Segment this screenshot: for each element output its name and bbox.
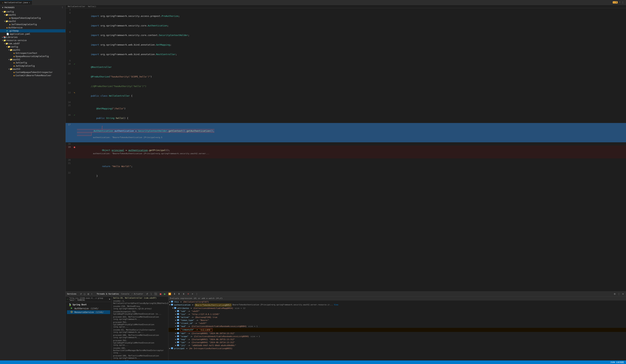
tree-label: oauth3 xyxy=(12,68,20,70)
tree-item-config2[interactable]: ▼ 📁 config xyxy=(0,45,65,48)
tree-item-oauth3[interactable]: ▼ 📁 oauth3 xyxy=(0,68,65,71)
var-item-nbf[interactable]: ▶ f "nbf" -> {Instant@8088} "2024-06-26T… xyxy=(168,332,626,335)
call-stack-item-4[interactable]: proceed:163, ReflectiveMethodInvocation … xyxy=(112,315,168,321)
debug-restart-btn[interactable]: ↺ xyxy=(145,292,149,296)
editor-content[interactable]: 3 4 import org.springframework.security.… xyxy=(66,8,626,291)
tree-item-oauth1[interactable]: ▼ 📁 oauth1 xyxy=(0,13,65,16)
var-item-attributes[interactable]: ▼ f attributes = {Collections$Unmodifiab… xyxy=(168,307,626,310)
tree-item-oauth1-2[interactable]: ▼ 📁 oauth1 xyxy=(0,48,65,52)
tree-item-auth-service[interactable]: ◉ AuthService xyxy=(0,26,65,29)
breadcrumb-class: HelloController xyxy=(68,5,85,8)
var-item-company-id[interactable]: ▶ f "companyId" -> "自定义参数" xyxy=(168,328,626,332)
service-item-auth[interactable]: AuthService :12345/ xyxy=(67,307,110,310)
filter-button[interactable]: ⊞ xyxy=(87,292,90,296)
var-item-iat[interactable]: ▶ f "iat" -> {Instant@8094} "2024-06-26T… xyxy=(168,341,626,344)
expand-icon[interactable]: ⌃ xyxy=(619,1,620,4)
tree-label: JwtSimpleConfig xyxy=(15,65,35,67)
tab-close-button[interactable]: ✕ xyxy=(29,1,30,3)
call-stack-item-6[interactable]: invoke:61, MethodSecurityInterceptor (or… xyxy=(112,328,168,334)
tree-item-jwt-simple[interactable]: ◉ JwtTokenSimpleConfig xyxy=(0,23,65,26)
tree-item-config[interactable]: ▼ 📁 config xyxy=(0,10,65,13)
call-stack-item-2[interactable]: invoke:218, MethodProxy (org.springframe… xyxy=(112,305,168,310)
debug-up-btn[interactable]: ⬆ xyxy=(177,292,181,296)
tree-item-com-xdx97[interactable]: ▼ 📁 com.xdx97 xyxy=(0,42,65,45)
tree-item-custom-opaque[interactable]: ◉ CustomOpaqueTokenIntrospector xyxy=(0,71,65,74)
tree-item-resource-service[interactable]: ▼ 📁 resource-service xyxy=(0,39,65,42)
actuator-tab[interactable]: ⚡ Actuator xyxy=(131,293,143,295)
tree-item-libraries[interactable]: ▶ 📚 Libraries xyxy=(0,36,65,39)
var-item-aud[interactable]: ▶ f "aud" -> {Collections$UnmodifiableRa… xyxy=(168,325,626,328)
tree-item-oauth2-2[interactable]: ▼ 📁 oauth2 xyxy=(0,58,65,61)
tree-item-opaque-config[interactable]: ◉ OpaqueTokenSimpleConfig xyxy=(0,16,65,20)
var-item-client-id[interactable]: ▶ f "client_id" -> "xdx97" xyxy=(168,322,626,325)
folder-icon: 📁 xyxy=(10,49,12,51)
tree-item-oauth2[interactable]: ▼ 📁 oauth2 xyxy=(0,20,65,23)
tree-item-introspection[interactable]: ◉ IntrospectionTest xyxy=(0,52,65,55)
view-link[interactable]: View xyxy=(334,304,338,306)
more-icon[interactable]: ⋮ xyxy=(622,1,624,4)
var-item-sub[interactable]: ▶ f "sub" -> "xdx97" xyxy=(168,310,626,313)
service-item-resource[interactable]: ResourceService :12346/ xyxy=(67,310,110,314)
var-item-jti[interactable]: ▶ f "jti" -> "a8865b00-64d7-4a72-88e8-a6… xyxy=(168,344,626,347)
var-company-highlight-box: "companyId" -> "自定义参数" xyxy=(180,328,212,331)
var-item-this[interactable]: ▶ f this = {HelloController@7167} xyxy=(168,300,626,303)
var-item-principal[interactable]: ▶ f principal = {An IntrospectionAuthent… xyxy=(168,347,626,350)
debug-pause-btn[interactable]: ⏸ xyxy=(182,292,186,296)
gutter-check: ✓ xyxy=(74,62,75,66)
var-item-scope[interactable]: ▶ f "scope" -> {Collections$Unmodifiable… xyxy=(168,335,626,338)
debug-list-btn[interactable]: ≡ xyxy=(191,292,194,296)
debug-x-btn[interactable]: ✕ xyxy=(186,292,190,296)
debug-ff-btn[interactable]: ⏩ xyxy=(167,292,172,296)
panel-settings-btn[interactable]: ⚙ xyxy=(613,292,616,296)
tree-item-custom-jri[interactable]: ◉ CustomJriBearerTokenResolver xyxy=(0,74,65,77)
stop-button[interactable]: ◻ xyxy=(83,292,86,296)
call-stack-item-9[interactable]: invoke:182, AuthorizationManagerBeforeMe… xyxy=(112,347,168,354)
restart-button[interactable]: ↺ xyxy=(79,292,82,296)
tree-item-jwt-simple-config[interactable]: ◉ JwtSimpleConfig xyxy=(0,64,65,68)
debug-toolbar-left: ↺ ◻ ⊞ + xyxy=(79,292,93,296)
var-item-iss[interactable]: ▶ f "iss" -> "http://127.0.0.1:12345" xyxy=(168,313,626,316)
var-item-exp[interactable]: ▶ f "exp" -> {Instant@8092} "2024-06-26T… xyxy=(168,338,626,341)
packages-more[interactable]: ⋮ xyxy=(61,6,64,9)
console-tab[interactable]: Console xyxy=(121,293,129,295)
svg-point-2 xyxy=(71,312,72,312)
var-item-authentication[interactable]: ▼ f authentication = BearerTokenAuthenti… xyxy=(168,303,626,307)
call-stack-item-1[interactable]: invoke:-1, HelloController$$FastClassByS… xyxy=(112,299,168,305)
chevron-icon: ▼ xyxy=(8,59,9,60)
var-icon-exp: f xyxy=(177,338,179,340)
debug-stop-btn[interactable]: ◼ xyxy=(159,292,162,296)
breakpoint-dot[interactable]: ● xyxy=(74,146,75,149)
tree-item-opaque-resource[interactable]: ◉ OpaqueResourceSimpleConfig xyxy=(0,55,65,58)
packages-chevron[interactable]: ▼ xyxy=(2,6,3,9)
var-item-active[interactable]: ▶ f "active" -> {Boolean@7198} true xyxy=(168,316,626,319)
panel-close-btn[interactable]: ✕ xyxy=(621,292,625,296)
add-button[interactable]: + xyxy=(90,292,93,296)
var-item-token-type[interactable]: ▶ f "token_type" -> "Bearer" xyxy=(168,319,626,322)
debug-step-into-btn[interactable]: ⬛ xyxy=(154,292,158,296)
call-stack-item-8[interactable]: proceed:762, CglibAopProxy$CglibMethodIn… xyxy=(112,339,168,347)
bottom-panel: Services ↺ ◻ ⊞ + Threads & Variables Con… xyxy=(66,291,626,361)
call-stack-item-3[interactable]: invokeJoinpoint:792, CglibAopProxy$Cglib… xyxy=(112,310,168,315)
call-stack-item-0[interactable]: hello:19, HelloController (com.xdx97) xyxy=(112,296,168,299)
debug-more-btn[interactable]: ⋮ xyxy=(195,292,199,296)
tree-item-gitkeep[interactable]: ≡ .gitkeep xyxy=(0,29,65,33)
filter-icon[interactable]: ▼ xyxy=(109,298,110,300)
debug-resume-btn[interactable]: ▶ xyxy=(163,292,167,296)
java-icon: ◉ xyxy=(13,55,15,58)
editor-area: HelloController › hello() 3 4 import org… xyxy=(66,5,626,361)
call-stack-item-5[interactable]: proceed:762, CglibAopProxy$CglibMethodIn… xyxy=(112,321,168,328)
call-stack-item-10[interactable]: proceed:186, ReflectiveMethodInvocation … xyxy=(112,354,168,360)
debug-down-btn[interactable]: ⬇ xyxy=(173,292,176,296)
debug-step-over-btn[interactable]: ⤵ xyxy=(150,292,153,296)
tree-label: AuthService xyxy=(8,26,22,29)
java-icon: ◉ xyxy=(13,71,15,73)
var-type-detail: BearerTokenAuthentication [Principal=org… xyxy=(233,304,333,306)
tree-label: resource-service xyxy=(6,39,27,42)
tree-item-app-yaml[interactable]: 📄 application.yaml xyxy=(0,33,65,36)
call-stack-item-7[interactable]: proceed:186, ReflectiveMethodInvocation … xyxy=(112,334,168,339)
panel-more-btn[interactable]: ⋮ xyxy=(617,292,621,296)
code-line-21: 21 return "Hello World!"; xyxy=(66,162,626,171)
tab-hello-controller[interactable]: ☕ HelloController.java ✕ xyxy=(0,0,32,5)
threads-tab[interactable]: Threads & Variables xyxy=(97,293,119,295)
tree-item-jwt-config[interactable]: ◉ JwtConfig xyxy=(0,61,65,64)
